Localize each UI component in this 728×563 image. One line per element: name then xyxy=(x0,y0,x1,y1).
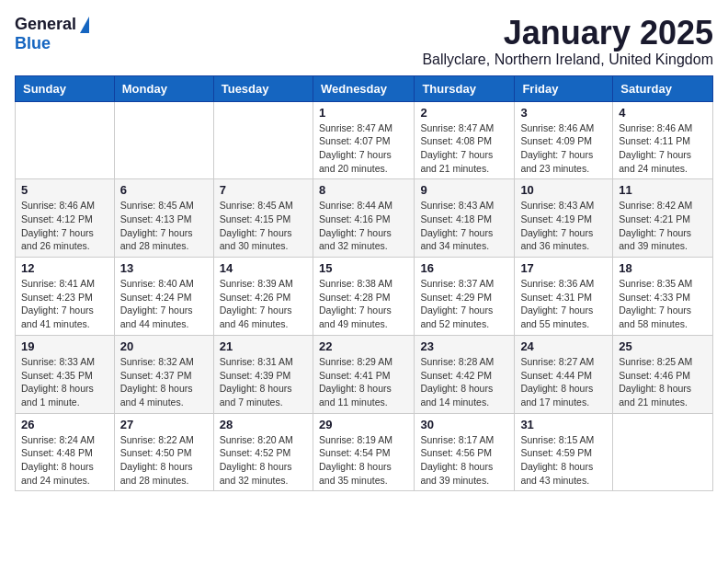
calendar-cell: 18Sunrise: 8:35 AM Sunset: 4:33 PM Dayli… xyxy=(613,258,713,336)
calendar-week-row: 5Sunrise: 8:46 AM Sunset: 4:12 PM Daylig… xyxy=(16,179,713,258)
month-title: January 2025 xyxy=(422,15,713,52)
day-number: 10 xyxy=(520,183,607,197)
day-number: 21 xyxy=(220,339,307,353)
calendar-cell: 28Sunrise: 8:20 AM Sunset: 4:52 PM Dayli… xyxy=(213,413,313,491)
day-number: 13 xyxy=(120,261,208,275)
day-number: 4 xyxy=(619,106,707,120)
day-info: Sunrise: 8:46 AM Sunset: 4:09 PM Dayligh… xyxy=(520,121,607,176)
calendar-cell: 13Sunrise: 8:40 AM Sunset: 4:24 PM Dayli… xyxy=(114,258,213,336)
day-number: 12 xyxy=(21,261,108,275)
calendar-cell: 4Sunrise: 8:46 AM Sunset: 4:11 PM Daylig… xyxy=(613,101,713,179)
day-number: 31 xyxy=(520,418,607,431)
location-title: Ballyclare, Northern Ireland, United Kin… xyxy=(422,52,713,68)
day-number: 28 xyxy=(220,418,307,431)
calendar-cell: 29Sunrise: 8:19 AM Sunset: 4:54 PM Dayli… xyxy=(313,413,414,491)
day-number: 8 xyxy=(319,183,408,197)
day-number: 18 xyxy=(619,261,707,275)
day-info: Sunrise: 8:47 AM Sunset: 4:07 PM Dayligh… xyxy=(319,121,408,176)
calendar-cell: 19Sunrise: 8:33 AM Sunset: 4:35 PM Dayli… xyxy=(16,335,115,413)
day-info: Sunrise: 8:17 AM Sunset: 4:56 PM Dayligh… xyxy=(420,433,508,488)
day-info: Sunrise: 8:36 AM Sunset: 4:31 PM Dayligh… xyxy=(520,277,607,331)
calendar-cell: 25Sunrise: 8:25 AM Sunset: 4:46 PM Dayli… xyxy=(613,335,713,413)
day-number: 11 xyxy=(619,183,707,197)
calendar-cell: 20Sunrise: 8:32 AM Sunset: 4:37 PM Dayli… xyxy=(114,335,213,413)
day-number: 3 xyxy=(520,106,607,120)
day-info: Sunrise: 8:41 AM Sunset: 4:23 PM Dayligh… xyxy=(21,277,108,331)
day-info: Sunrise: 8:43 AM Sunset: 4:19 PM Dayligh… xyxy=(520,199,607,253)
calendar-cell: 26Sunrise: 8:24 AM Sunset: 4:48 PM Dayli… xyxy=(16,413,115,491)
calendar-cell: 3Sunrise: 8:46 AM Sunset: 4:09 PM Daylig… xyxy=(515,101,613,179)
weekday-header-sunday: Sunday xyxy=(16,75,115,101)
logo: General Blue xyxy=(15,15,89,53)
calendar-cell: 17Sunrise: 8:36 AM Sunset: 4:31 PM Dayli… xyxy=(515,258,613,336)
calendar-cell xyxy=(114,101,213,179)
day-number: 16 xyxy=(420,261,508,275)
calendar-cell: 10Sunrise: 8:43 AM Sunset: 4:19 PM Dayli… xyxy=(515,179,613,258)
day-info: Sunrise: 8:35 AM Sunset: 4:33 PM Dayligh… xyxy=(619,277,707,331)
day-number: 19 xyxy=(21,339,108,353)
calendar-cell: 22Sunrise: 8:29 AM Sunset: 4:41 PM Dayli… xyxy=(313,335,414,413)
calendar-cell: 24Sunrise: 8:27 AM Sunset: 4:44 PM Dayli… xyxy=(515,335,613,413)
day-number: 2 xyxy=(420,106,508,120)
day-number: 20 xyxy=(120,339,208,353)
calendar-cell: 6Sunrise: 8:45 AM Sunset: 4:13 PM Daylig… xyxy=(114,179,213,258)
calendar-cell: 1Sunrise: 8:47 AM Sunset: 4:07 PM Daylig… xyxy=(313,101,414,179)
day-info: Sunrise: 8:31 AM Sunset: 4:39 PM Dayligh… xyxy=(220,355,307,409)
calendar-cell: 23Sunrise: 8:28 AM Sunset: 4:42 PM Dayli… xyxy=(415,335,515,413)
day-info: Sunrise: 8:19 AM Sunset: 4:54 PM Dayligh… xyxy=(319,433,408,488)
calendar-cell: 12Sunrise: 8:41 AM Sunset: 4:23 PM Dayli… xyxy=(16,258,115,336)
title-section: January 2025 Ballyclare, Northern Irelan… xyxy=(422,15,713,68)
day-info: Sunrise: 8:15 AM Sunset: 4:59 PM Dayligh… xyxy=(520,433,607,488)
day-info: Sunrise: 8:46 AM Sunset: 4:12 PM Dayligh… xyxy=(21,199,108,253)
weekday-header-friday: Friday xyxy=(515,75,613,101)
logo-blue-text: Blue xyxy=(15,34,51,53)
calendar-week-row: 12Sunrise: 8:41 AM Sunset: 4:23 PM Dayli… xyxy=(16,258,713,336)
day-info: Sunrise: 8:40 AM Sunset: 4:24 PM Dayligh… xyxy=(120,277,208,331)
day-number: 23 xyxy=(420,339,508,353)
calendar-cell xyxy=(613,413,713,491)
day-number: 15 xyxy=(319,261,408,275)
calendar-cell: 14Sunrise: 8:39 AM Sunset: 4:26 PM Dayli… xyxy=(213,258,313,336)
calendar-cell: 16Sunrise: 8:37 AM Sunset: 4:29 PM Dayli… xyxy=(415,258,515,336)
day-info: Sunrise: 8:24 AM Sunset: 4:48 PM Dayligh… xyxy=(21,433,108,488)
weekday-header-thursday: Thursday xyxy=(415,75,515,101)
logo-general-text: General xyxy=(15,15,76,34)
day-number: 29 xyxy=(319,418,408,431)
day-number: 22 xyxy=(319,339,408,353)
day-number: 30 xyxy=(420,418,508,431)
day-number: 25 xyxy=(619,339,707,353)
day-info: Sunrise: 8:29 AM Sunset: 4:41 PM Dayligh… xyxy=(319,355,408,409)
calendar-cell: 30Sunrise: 8:17 AM Sunset: 4:56 PM Dayli… xyxy=(415,413,515,491)
calendar-cell: 27Sunrise: 8:22 AM Sunset: 4:50 PM Dayli… xyxy=(114,413,213,491)
weekday-header-monday: Monday xyxy=(114,75,213,101)
day-number: 14 xyxy=(220,261,307,275)
calendar-week-row: 26Sunrise: 8:24 AM Sunset: 4:48 PM Dayli… xyxy=(16,413,713,491)
day-info: Sunrise: 8:22 AM Sunset: 4:50 PM Dayligh… xyxy=(120,433,208,488)
calendar-cell xyxy=(16,101,115,179)
day-info: Sunrise: 8:20 AM Sunset: 4:52 PM Dayligh… xyxy=(220,433,307,488)
weekday-header-wednesday: Wednesday xyxy=(313,75,414,101)
logo-triangle-icon xyxy=(80,17,89,33)
weekday-header-saturday: Saturday xyxy=(613,75,713,101)
calendar-cell: 9Sunrise: 8:43 AM Sunset: 4:18 PM Daylig… xyxy=(415,179,515,258)
calendar-cell: 8Sunrise: 8:44 AM Sunset: 4:16 PM Daylig… xyxy=(313,179,414,258)
weekday-header-tuesday: Tuesday xyxy=(213,75,313,101)
day-info: Sunrise: 8:42 AM Sunset: 4:21 PM Dayligh… xyxy=(619,199,707,253)
calendar-header-row: SundayMondayTuesdayWednesdayThursdayFrid… xyxy=(16,75,713,101)
day-info: Sunrise: 8:47 AM Sunset: 4:08 PM Dayligh… xyxy=(420,121,508,176)
calendar-week-row: 1Sunrise: 8:47 AM Sunset: 4:07 PM Daylig… xyxy=(16,101,713,179)
calendar-table: SundayMondayTuesdayWednesdayThursdayFrid… xyxy=(15,75,713,492)
day-number: 7 xyxy=(220,183,307,197)
day-number: 6 xyxy=(120,183,208,197)
day-number: 26 xyxy=(21,418,108,431)
day-info: Sunrise: 8:39 AM Sunset: 4:26 PM Dayligh… xyxy=(220,277,307,331)
calendar-week-row: 19Sunrise: 8:33 AM Sunset: 4:35 PM Dayli… xyxy=(16,335,713,413)
day-info: Sunrise: 8:44 AM Sunset: 4:16 PM Dayligh… xyxy=(319,199,408,253)
calendar-cell xyxy=(213,101,313,179)
day-info: Sunrise: 8:37 AM Sunset: 4:29 PM Dayligh… xyxy=(420,277,508,331)
day-number: 1 xyxy=(319,106,408,120)
day-number: 9 xyxy=(420,183,508,197)
calendar-cell: 7Sunrise: 8:45 AM Sunset: 4:15 PM Daylig… xyxy=(213,179,313,258)
day-info: Sunrise: 8:45 AM Sunset: 4:13 PM Dayligh… xyxy=(120,199,208,253)
day-info: Sunrise: 8:38 AM Sunset: 4:28 PM Dayligh… xyxy=(319,277,408,331)
